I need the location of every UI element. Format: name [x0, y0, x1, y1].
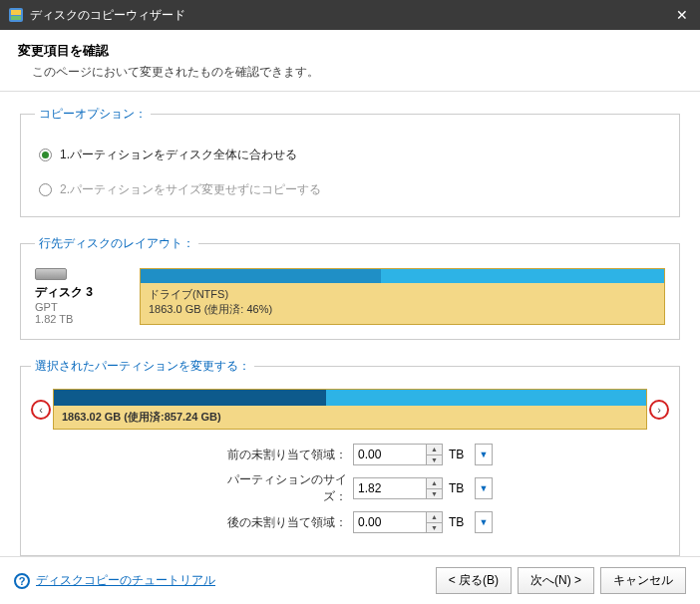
unalloc-after-value: 0.00 [358, 515, 381, 529]
unalloc-before-label: 前の未割り当て領域： [207, 447, 347, 463]
unit-label: TB [449, 515, 469, 529]
disk-name: ディスク 3 [35, 284, 130, 301]
destination-layout-legend: 行先ディスクのレイアウト： [35, 235, 198, 252]
close-icon[interactable]: ✕ [672, 7, 692, 23]
chevron-down-icon: ▼ [480, 517, 489, 527]
copy-option-2[interactable]: 2.パーティションをサイズ変更せずにコピーする [39, 181, 665, 198]
partition-label: ドライブ(NTFS) [149, 287, 656, 302]
partition-size: 1863.0 GB (使用済: 46%) [149, 302, 656, 317]
chevron-down-icon: ▼ [480, 450, 489, 459]
next-button[interactable]: 次へ(N) > [518, 567, 594, 594]
copy-option-1-label: 1.パーティションをディスク全体に合わせる [60, 147, 297, 163]
cancel-button[interactable]: キャンセル [600, 567, 686, 594]
resize-handle-right[interactable]: › [649, 400, 669, 420]
disk-size: 1.82 TB [35, 313, 130, 325]
disk-type: GPT [35, 301, 130, 313]
svg-rect-2 [11, 16, 21, 20]
destination-layout-group: 行先ディスクのレイアウト： ディスク 3 GPT 1.82 TB ドライブ(NT… [20, 235, 680, 340]
window-title: ディスクのコピーウィザード [30, 7, 672, 24]
page-header: 変更項目を確認 このページにおいて変更されたものを確認できます。 [0, 30, 700, 92]
resize-legend: 選択されたパーティションを変更する： [31, 358, 254, 375]
unit-label: TB [449, 448, 469, 461]
disk-icon [35, 268, 67, 280]
unit-label: TB [449, 481, 469, 495]
partition-size-input[interactable]: 1.82 ▲▼ [353, 477, 443, 499]
spinner-down-icon[interactable]: ▼ [426, 523, 442, 533]
disk-info: ディスク 3 GPT 1.82 TB [35, 268, 130, 325]
tutorial-link[interactable]: ディスクコピーのチュートリアル [36, 572, 215, 589]
copy-option-2-label: 2.パーティションをサイズ変更せずにコピーする [60, 181, 321, 198]
wizard-icon [8, 7, 24, 23]
partition-size-value: 1.82 [358, 481, 381, 495]
resize-partition-group: 選択されたパーティションを変更する： ‹ 1863.02 GB (使用済:857… [20, 358, 680, 556]
unit-dropdown[interactable]: ▼ [475, 444, 493, 465]
svg-rect-1 [11, 10, 21, 15]
spinner-up-icon[interactable]: ▲ [426, 512, 442, 523]
unalloc-after-input[interactable]: 0.00 ▲▼ [353, 511, 443, 533]
spinner-up-icon[interactable]: ▲ [426, 445, 442, 455]
resize-size-text: 1863.02 GB (使用済:857.24 GB) [54, 406, 646, 429]
radio-icon [39, 149, 52, 161]
titlebar: ディスクのコピーウィザード ✕ [0, 0, 700, 30]
radio-icon [39, 183, 52, 196]
resize-handle-left[interactable]: ‹ [31, 400, 51, 420]
back-button[interactable]: < 戻る(B) [436, 567, 512, 594]
chevron-down-icon: ▼ [480, 483, 489, 493]
unalloc-after-label: 後の未割り当て領域： [207, 514, 347, 531]
copy-options-group: コピーオプション： 1.パーティションをディスク全体に合わせる 2.パーティショ… [20, 106, 680, 217]
unalloc-before-input[interactable]: 0.00 ▲▼ [353, 444, 443, 465]
page-subtitle: このページにおいて変更されたものを確認できます。 [32, 64, 682, 81]
partition-usage-bar [141, 269, 664, 283]
unalloc-before-value: 0.00 [358, 448, 381, 461]
copy-options-legend: コピーオプション： [35, 106, 151, 123]
chevron-left-icon: ‹ [39, 404, 43, 416]
spinner-down-icon[interactable]: ▼ [426, 455, 442, 465]
spinner-down-icon[interactable]: ▼ [426, 489, 442, 499]
resize-usage-bar [54, 390, 646, 406]
chevron-right-icon: › [657, 404, 661, 416]
unit-dropdown[interactable]: ▼ [475, 477, 493, 499]
partition-size-label: パーティションのサイズ： [207, 471, 347, 505]
resize-partition-box[interactable]: 1863.02 GB (使用済:857.24 GB) [53, 389, 647, 430]
footer: ? ディスクコピーのチュートリアル < 戻る(B) 次へ(N) > キャンセル [0, 556, 700, 604]
help-icon: ? [14, 573, 30, 589]
partition-box[interactable]: ドライブ(NTFS) 1863.0 GB (使用済: 46%) [140, 268, 665, 325]
page-title: 変更項目を確認 [18, 42, 682, 60]
copy-option-1[interactable]: 1.パーティションをディスク全体に合わせる [39, 147, 665, 163]
spinner-up-icon[interactable]: ▲ [426, 478, 442, 489]
unit-dropdown[interactable]: ▼ [475, 511, 493, 533]
